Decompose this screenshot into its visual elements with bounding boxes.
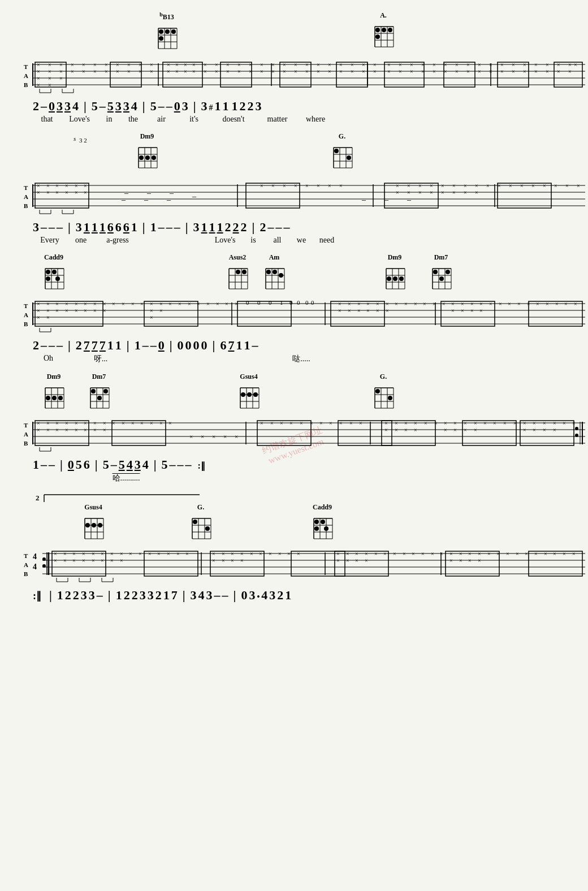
svg-text:×: ×: [260, 62, 263, 68]
svg-point-23: [375, 34, 380, 39]
svg-text:×: ×: [533, 427, 536, 433]
svg-text:×: ×: [63, 557, 67, 564]
svg-text:×: ×: [474, 427, 477, 433]
svg-text:×: ×: [129, 551, 132, 557]
svg-point-437: [253, 392, 258, 397]
note: 1: [209, 220, 215, 235]
note: 0: [201, 338, 207, 353]
note: 1: [115, 338, 122, 353]
svg-text:4: 4: [33, 563, 37, 571]
tab-staff-3: T A B ×× ×× ×× ×× ×× ×× ×× ×× ×× ×× ×× 0…: [23, 297, 588, 334]
bar-line: |: [49, 588, 52, 603]
note: 5: [107, 99, 114, 114]
svg-text:×: ×: [283, 68, 286, 75]
svg-text:×: ×: [376, 308, 379, 314]
svg-rect-238: [35, 183, 89, 208]
svg-text:×: ×: [452, 183, 456, 189]
svg-text:×: ×: [72, 557, 76, 564]
note: –: [41, 220, 47, 235]
svg-text:×: ×: [46, 189, 50, 196]
svg-rect-393: [35, 301, 103, 326]
note: 2: [240, 99, 246, 114]
svg-text:×: ×: [269, 551, 272, 557]
svg-text:×: ×: [93, 68, 97, 75]
svg-text:B: B: [24, 81, 28, 88]
svg-text:×: ×: [328, 183, 331, 189]
svg-text:B: B: [24, 202, 28, 209]
note: 1: [57, 588, 63, 603]
note: –: [158, 220, 165, 235]
note: –: [49, 220, 55, 235]
note: 5: [150, 99, 157, 114]
note: –: [49, 457, 55, 472]
note: 0: [178, 338, 184, 353]
note: 3: [256, 99, 262, 114]
svg-point-424: [91, 389, 96, 393]
svg-text:×: ×: [48, 68, 51, 75]
note: 1: [135, 338, 141, 353]
svg-text:×: ×: [212, 433, 215, 440]
svg-text:×: ×: [82, 62, 85, 68]
svg-point-11: [159, 36, 163, 41]
svg-text:×: ×: [475, 183, 478, 189]
svg-text:×: ×: [150, 68, 153, 75]
bar-line: |: [183, 588, 185, 603]
note: 3: [269, 588, 275, 603]
note: 7: [171, 588, 178, 603]
svg-text:×: ×: [338, 308, 341, 314]
svg-text:×: ×: [226, 68, 230, 75]
svg-point-271: [236, 270, 240, 274]
svg-text:×: ×: [317, 62, 320, 68]
note: 5: [119, 457, 125, 472]
svg-text:×: ×: [328, 62, 331, 68]
svg-text:×: ×: [75, 189, 78, 196]
svg-text:×: ×: [65, 427, 68, 433]
note: 2: [277, 588, 283, 603]
svg-text:×: ×: [65, 308, 68, 314]
svg-text:×: ×: [365, 557, 368, 564]
chord-b13-label: bB13: [155, 11, 178, 21]
svg-text:×: ×: [206, 301, 210, 307]
note: 1: [223, 99, 229, 114]
note: 2: [76, 338, 82, 353]
note: 1: [107, 338, 114, 353]
lyric: [140, 236, 208, 245]
bar-line: |: [142, 99, 145, 114]
svg-point-575: [314, 520, 319, 524]
note: 2: [33, 99, 39, 114]
svg-text:–: –: [144, 196, 149, 204]
svg-point-588: [42, 557, 46, 561]
note: 0: [158, 338, 165, 353]
bar-line: |: [95, 457, 98, 472]
svg-point-163: [145, 155, 150, 160]
svg-text:×: ×: [517, 301, 521, 307]
note: 6: [123, 220, 129, 235]
section-2: Dm9 G.: [17, 132, 571, 245]
svg-text:×: ×: [444, 427, 447, 433]
svg-text:×: ×: [407, 189, 410, 196]
note: –: [41, 338, 47, 353]
note: 3: [191, 588, 197, 603]
svg-point-262: [55, 276, 60, 281]
bar-line: |: [213, 338, 215, 353]
svg-text:×: ×: [105, 68, 108, 75]
svg-text:×: ×: [159, 308, 163, 314]
note: 2: [155, 588, 162, 603]
lyric: [137, 354, 279, 364]
svg-point-261: [46, 276, 50, 281]
svg-text:×: ×: [105, 62, 108, 68]
svg-text:A: A: [24, 72, 28, 79]
svg-point-260: [52, 270, 57, 274]
svg-text:×: ×: [455, 68, 459, 75]
svg-text:×: ×: [59, 68, 63, 75]
svg-text:×: ×: [346, 557, 349, 564]
note: 1: [84, 220, 90, 235]
svg-point-414: [52, 396, 57, 400]
note: 3: [135, 457, 141, 472]
svg-rect-663: [52, 551, 106, 576]
note: 1: [100, 220, 106, 235]
svg-point-539: [575, 434, 578, 437]
svg-text:×: ×: [534, 62, 538, 68]
svg-text:×: ×: [65, 189, 68, 196]
svg-text:×: ×: [329, 420, 332, 426]
